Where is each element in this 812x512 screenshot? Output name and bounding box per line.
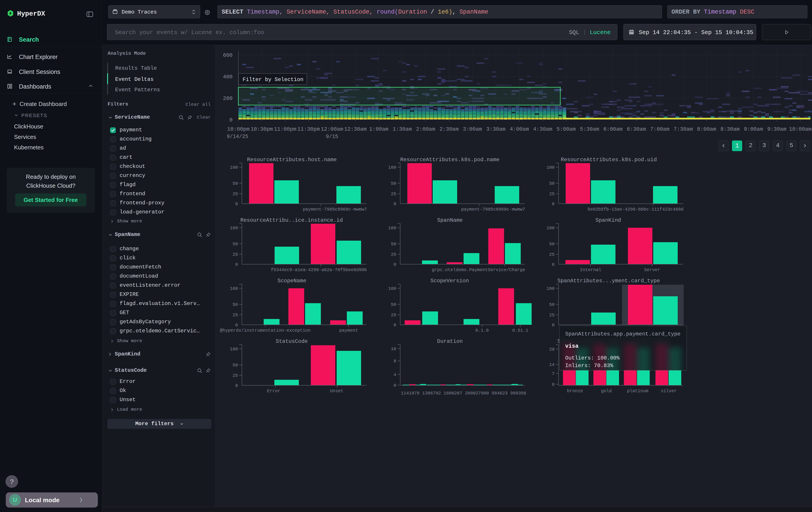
- svg-text:bronze: bronze: [567, 388, 583, 394]
- svg-text:50: 50: [549, 302, 554, 307]
- svg-text:25: 25: [391, 252, 396, 257]
- svg-text:28: 28: [549, 347, 554, 352]
- svg-text:silver: silver: [661, 388, 677, 394]
- svg-text:6:00am: 6:00am: [604, 126, 622, 132]
- svg-text:8:00am: 8:00am: [697, 126, 716, 132]
- svg-text:50: 50: [233, 181, 238, 186]
- svg-text:400: 400: [223, 74, 233, 80]
- svg-text:gold: gold: [601, 388, 612, 394]
- svg-text:11:30pm: 11:30pm: [297, 126, 320, 132]
- svg-text:1:30am: 1:30am: [393, 126, 412, 132]
- svg-text:0: 0: [235, 201, 238, 207]
- svg-text:0.51.1: 0.51.1: [512, 328, 528, 333]
- svg-text:payment-7985c8969c-mwmw7: payment-7985c8969c-mwmw7: [303, 207, 367, 212]
- svg-text:100: 100: [230, 286, 238, 291]
- svg-text:50: 50: [549, 181, 554, 186]
- svg-text:2:30am: 2:30am: [439, 126, 459, 132]
- svg-text:0: 0: [235, 323, 238, 328]
- svg-text:0: 0: [552, 201, 554, 207]
- svg-text:ResourceAttribu..ice.instance.: ResourceAttribu..ice.instance.id: [240, 217, 343, 223]
- svg-text:100: 100: [388, 165, 396, 170]
- svg-text:200: 200: [223, 96, 233, 102]
- svg-text:3:00am: 3:00am: [463, 126, 482, 132]
- svg-text:9/15: 9/15: [326, 134, 338, 140]
- svg-text:50: 50: [233, 362, 238, 368]
- svg-text:3:30am: 3:30am: [486, 126, 505, 132]
- svg-text:Internal: Internal: [580, 267, 601, 272]
- svg-text:16: 16: [391, 346, 396, 351]
- svg-text:10:00am: 10:00am: [789, 126, 812, 132]
- svg-text:Duration: Duration: [437, 339, 463, 344]
- svg-text:25: 25: [391, 313, 396, 318]
- svg-text:9:30am: 9:30am: [767, 126, 786, 132]
- svg-text:9/14/25: 9/14/25: [227, 134, 249, 140]
- svg-text:14: 14: [549, 362, 554, 367]
- svg-text:7:00am: 7:00am: [650, 126, 669, 132]
- svg-text:ScopeName: ScopeName: [278, 278, 307, 284]
- svg-text:0: 0: [552, 262, 554, 267]
- svg-text:StatusCode: StatusCode: [276, 339, 308, 344]
- svg-text:100: 100: [547, 286, 554, 291]
- svg-text:12:00am: 12:00am: [321, 126, 343, 132]
- svg-text:25: 25: [391, 191, 396, 196]
- svg-text:2:00am: 2:00am: [416, 126, 435, 132]
- svg-text:0: 0: [235, 262, 238, 267]
- svg-text:100: 100: [388, 225, 396, 231]
- svg-text:ResourceAttributes.k8s.pod.uid: ResourceAttributes.k8s.pod.uid: [561, 157, 657, 163]
- svg-text:4:30am: 4:30am: [533, 126, 552, 132]
- svg-text:Server: Server: [644, 267, 660, 272]
- svg-text:0: 0: [235, 383, 238, 388]
- svg-text:ResourceAttributes.k8s.pod.nam: ResourceAttributes.k8s.pod.name: [400, 157, 499, 163]
- svg-text:50: 50: [233, 242, 238, 247]
- svg-text:0: 0: [394, 262, 396, 267]
- svg-text:1:00am: 1:00am: [369, 126, 388, 132]
- svg-text:Unset: Unset: [330, 388, 343, 394]
- svg-text:grpc.oteldemo.PaymentService/C: grpc.oteldemo.PaymentService/Charge: [432, 267, 525, 272]
- svg-text:50: 50: [549, 242, 554, 247]
- svg-text:100: 100: [230, 347, 238, 352]
- svg-text:4:00am: 4:00am: [510, 126, 529, 132]
- svg-text:5:00am: 5:00am: [556, 126, 576, 132]
- svg-text:SpanName: SpanName: [437, 217, 463, 223]
- svg-text:0: 0: [394, 201, 396, 207]
- svg-text:25: 25: [549, 252, 554, 257]
- svg-text:0: 0: [552, 323, 554, 328]
- svg-text:6:30am: 6:30am: [627, 126, 646, 132]
- svg-text:SpanKind: SpanKind: [596, 217, 621, 223]
- svg-text:0: 0: [394, 383, 396, 388]
- svg-text:9:00am: 9:00am: [744, 126, 763, 132]
- svg-text:100: 100: [547, 225, 554, 231]
- svg-text:100: 100: [230, 225, 238, 231]
- svg-text:25: 25: [233, 191, 238, 196]
- svg-text:5:30am: 5:30am: [580, 126, 599, 132]
- svg-text:Error: Error: [267, 388, 280, 394]
- svg-text:0: 0: [229, 117, 233, 123]
- svg-text:12:30am: 12:30am: [344, 126, 367, 132]
- svg-text:25: 25: [233, 313, 238, 318]
- svg-text:7:30am: 7:30am: [673, 126, 693, 132]
- svg-text:100: 100: [388, 286, 396, 291]
- svg-text:25: 25: [233, 252, 238, 257]
- svg-text:platinum: platinum: [627, 388, 648, 394]
- svg-text:11:00pm: 11:00pm: [274, 126, 296, 132]
- svg-text:100: 100: [547, 165, 554, 170]
- svg-text:600: 600: [223, 52, 233, 58]
- svg-text:5e02b5fb-13ae-4296-bbbc-111f42: 5e02b5fb-13ae-4296-bbbc-111f423c460d: [587, 207, 684, 212]
- svg-text:8: 8: [394, 359, 396, 364]
- svg-text:ScopeVersion: ScopeVersion: [431, 278, 469, 284]
- svg-text:50: 50: [233, 302, 238, 307]
- svg-text:100: 100: [230, 165, 238, 170]
- svg-text:payment: payment: [339, 328, 358, 333]
- svg-text:8:30am: 8:30am: [720, 126, 740, 132]
- svg-text:payment-7985c8969c-mwmw7: payment-7985c8969c-mwmw7: [461, 207, 525, 212]
- svg-text:25: 25: [233, 373, 238, 378]
- svg-text:SpanAttributes...yment.card_ty: SpanAttributes...yment.card_type: [557, 278, 660, 284]
- svg-text:7: 7: [552, 371, 554, 376]
- svg-text:0.1.0: 0.1.0: [475, 328, 489, 333]
- svg-text:Filter by Selection: Filter by Selection: [242, 77, 303, 83]
- svg-text:10:30pm: 10:30pm: [251, 126, 273, 132]
- svg-text:50: 50: [391, 181, 396, 186]
- svg-text:25: 25: [549, 191, 554, 196]
- svg-text:0: 0: [552, 382, 554, 387]
- svg-text:1141978 1386792 1600267 200027: 1141978 1386792 1600267 200027900 584623…: [401, 391, 526, 396]
